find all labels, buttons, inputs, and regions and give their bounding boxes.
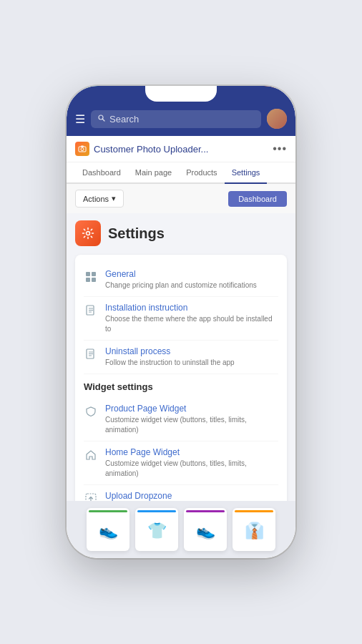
actions-chevron-icon: ▾ <box>112 194 116 203</box>
tab-products[interactable]: Products <box>179 162 224 184</box>
settings-header: Settings <box>75 220 287 246</box>
uninstall-content: Uninstall process Follow the instruction… <box>105 346 278 368</box>
settings-item-installation[interactable]: Installation instruction Choose the them… <box>84 297 278 341</box>
settings-page-icon <box>75 220 101 246</box>
svg-rect-7 <box>92 272 96 276</box>
upload-dropzone-title: Upload Dropzone <box>105 491 278 501</box>
action-row: Actions ▾ Dashboard <box>67 184 295 213</box>
home-widget-content: Home Page Widget Customize widget view (… <box>105 447 278 479</box>
settings-item-uninstall[interactable]: Uninstall process Follow the instruction… <box>84 341 278 374</box>
home-widget-title: Home Page Widget <box>105 447 278 457</box>
svg-rect-9 <box>92 278 96 282</box>
general-icon <box>84 270 98 284</box>
settings-card: General Change pricing plan and customiz… <box>75 255 287 537</box>
settings-item-product-widget[interactable]: Product Page Widget Customize widget vie… <box>84 398 278 441</box>
general-description: Change pricing plan and customize notifi… <box>105 280 278 291</box>
thumbnail-item-1[interactable]: 👟 <box>87 508 129 551</box>
uninstall-title: Uninstall process <box>105 346 278 356</box>
home-widget-description: Customize widget view (buttons, titles, … <box>105 459 278 479</box>
svg-point-5 <box>87 232 90 235</box>
hamburger-icon: ☰ <box>75 113 85 125</box>
thumbnail-item-4[interactable]: 👔 <box>233 508 275 551</box>
svg-line-1 <box>103 119 105 122</box>
home-widget-icon <box>84 448 98 462</box>
uninstall-icon <box>84 347 98 361</box>
installation-icon <box>84 303 98 318</box>
main-content: Settings General <box>67 213 295 542</box>
tab-dashboard[interactable]: Dashboard <box>75 162 128 184</box>
app-icon <box>75 142 89 156</box>
app-header: Customer Photo Uploader... ••• <box>67 136 295 162</box>
actions-button[interactable]: Actions ▾ <box>75 190 124 208</box>
settings-item-general[interactable]: General Change pricing plan and customiz… <box>84 263 278 297</box>
search-placeholder-text: Search <box>109 114 139 125</box>
svg-point-3 <box>81 148 84 151</box>
search-icon <box>98 114 105 124</box>
bottom-thumbnail-strip: 👟 👕 👟 👔 <box>67 501 295 558</box>
thumbnail-item-2[interactable]: 👕 <box>135 508 178 551</box>
tab-settings[interactable]: Settings <box>225 162 268 184</box>
svg-rect-8 <box>86 278 90 282</box>
general-content: General Change pricing plan and customiz… <box>105 269 278 291</box>
uninstall-description: Follow the instruction to uninstall the … <box>105 358 278 368</box>
phone-device: ☰ Search <box>67 86 295 558</box>
avatar-image <box>267 109 287 129</box>
phone-screen: ☰ Search <box>67 86 295 558</box>
product-widget-description: Customize widget view (buttons, titles, … <box>105 415 278 435</box>
tab-navigation: Dashboard Main page Products Settings <box>67 162 295 184</box>
svg-rect-4 <box>81 146 84 147</box>
product-widget-icon <box>84 404 98 419</box>
thumbnail-emoji-2: 👕 <box>147 522 167 540</box>
installation-title: Installation instruction <box>105 303 278 313</box>
user-avatar[interactable] <box>267 109 287 129</box>
product-widget-content: Product Page Widget Customize widget vie… <box>105 404 278 435</box>
actions-label: Actions <box>83 195 109 203</box>
widget-section-title: Widget settings <box>84 374 278 398</box>
svg-rect-6 <box>86 272 90 276</box>
thumbnail-emoji-1: 👟 <box>99 522 118 540</box>
product-widget-title: Product Page Widget <box>105 404 278 414</box>
thumbnail-emoji-3: 👟 <box>196 522 215 540</box>
settings-item-home-widget[interactable]: Home Page Widget Customize widget view (… <box>84 441 278 485</box>
search-bar[interactable]: Search <box>91 110 261 128</box>
general-title: General <box>105 269 278 279</box>
installation-description: Choose the theme where the app should be… <box>105 314 278 334</box>
settings-page-title: Settings <box>108 225 165 242</box>
more-options-button[interactable]: ••• <box>273 142 287 155</box>
app-title-text: Customer Photo Uploader... <box>94 144 208 155</box>
installation-content: Installation instruction Choose the them… <box>105 303 278 334</box>
hamburger-button[interactable]: ☰ <box>75 112 85 126</box>
thumbnail-item-3[interactable]: 👟 <box>184 508 227 551</box>
tab-main-page[interactable]: Main page <box>128 162 179 184</box>
app-title-row: Customer Photo Uploader... <box>75 142 208 156</box>
thumbnail-emoji-4: 👔 <box>245 522 264 540</box>
dashboard-button[interactable]: Dashboard <box>228 191 287 207</box>
phone-notch <box>145 86 217 102</box>
